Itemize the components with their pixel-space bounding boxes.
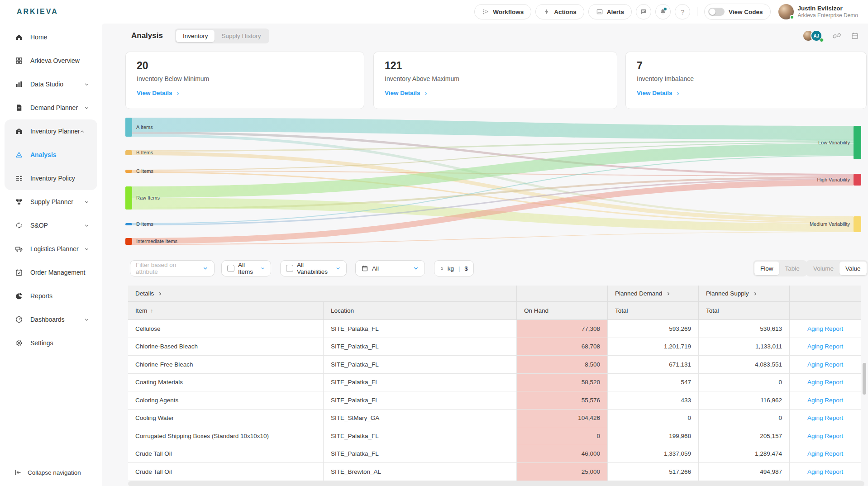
column-header-actions xyxy=(790,302,861,320)
vertical-scrollbar-thumb[interactable] xyxy=(863,363,866,395)
sidebar-item-inventory-planner[interactable]: Inventory Planner xyxy=(5,119,97,143)
horizontal-scrollbar-track[interactable] xyxy=(128,481,864,486)
cell-planned-demand-total: 433 xyxy=(608,391,699,410)
cell-on-hand: 58,520 xyxy=(517,374,608,392)
aging-report-link[interactable]: Aging Report xyxy=(807,468,843,475)
help-button[interactable]: ? xyxy=(675,4,690,19)
cell-planned-demand-total: 199,968 xyxy=(608,427,699,445)
sidebar-item-s-op[interactable]: S&OP xyxy=(0,214,102,237)
aging-report-link[interactable]: Aging Report xyxy=(807,433,843,439)
view-details-label: View Details xyxy=(637,90,672,96)
cell-location: SITE_Palatka_FL xyxy=(324,338,517,356)
notifications-button[interactable] xyxy=(655,4,671,19)
date-filter-label: All xyxy=(372,265,379,272)
variabilities-checkbox[interactable] xyxy=(286,265,293,272)
collapse-navigation-button[interactable]: Collapse navigation xyxy=(0,462,102,482)
demand-planner-icon xyxy=(15,104,23,112)
items-checkbox[interactable] xyxy=(227,265,234,272)
sidebar-item-data-studio[interactable]: Data Studio xyxy=(0,72,102,96)
sankey-node-d-items[interactable] xyxy=(125,223,132,225)
sidebar-item-settings[interactable]: Settings xyxy=(0,331,102,355)
sidebar-item-label: Inventory Policy xyxy=(30,175,75,182)
sidebar-item-logistics-planner[interactable]: Logistics Planner xyxy=(0,237,102,261)
sidebar-item-dashboards[interactable]: Dashboards xyxy=(0,308,102,331)
sankey-node-a-items[interactable] xyxy=(125,118,132,137)
alerts-button[interactable]: Alerts xyxy=(588,4,632,19)
column-header-on-hand[interactable]: On Hand xyxy=(517,302,608,320)
sankey-node-low-variability[interactable] xyxy=(854,126,861,159)
aging-report-link[interactable]: Aging Report xyxy=(807,450,843,457)
user-menu[interactable]: Justin Evilsizor Arkieva Enterprise Demo xyxy=(778,4,858,19)
aging-report-link[interactable]: Aging Report xyxy=(807,361,843,368)
workflows-button[interactable]: Workflows xyxy=(474,4,531,19)
group-header-planned-demand[interactable]: Planned Demand xyxy=(608,286,699,302)
aging-report-link[interactable]: Aging Report xyxy=(807,325,843,332)
inventory-planner-icon xyxy=(15,127,23,135)
group-header-planned-supply[interactable]: Planned Supply xyxy=(699,286,790,302)
sankey-link[interactable] xyxy=(132,118,854,140)
sankey-node-medium-variability[interactable] xyxy=(854,216,861,232)
calendar-icon[interactable] xyxy=(851,32,859,40)
help-icon: ? xyxy=(681,8,684,16)
aging-report-link[interactable]: Aging Report xyxy=(807,415,843,421)
aging-report-link[interactable]: Aging Report xyxy=(807,343,843,350)
variabilities-filter-dropdown[interactable]: All Variabilities xyxy=(280,260,347,276)
table-group-header: Details Planned Demand Planned Supply xyxy=(128,286,861,302)
view-details-link[interactable]: View Details› xyxy=(637,89,855,97)
inventory-table: Details Planned Demand Planned Supply It… xyxy=(128,286,861,481)
sidebar-item-order-management[interactable]: Order Management xyxy=(0,261,102,284)
table-toggle[interactable]: Table xyxy=(779,262,806,275)
sankey-node-intermediate-items[interactable] xyxy=(125,238,132,245)
items-filter-dropdown[interactable]: All Items xyxy=(221,260,271,276)
column-header-demand-total[interactable]: Total xyxy=(608,302,699,320)
chat-button[interactable] xyxy=(636,4,651,19)
unit-currency-label: $ xyxy=(464,265,468,272)
sidebar-item-home[interactable]: Home xyxy=(0,25,102,49)
cell-on-hand: 55,576 xyxy=(517,391,608,410)
details-label: Details xyxy=(135,290,154,297)
view-details-link[interactable]: View Details› xyxy=(385,89,606,97)
overview-icon xyxy=(15,57,23,65)
flow-toggle[interactable]: Flow xyxy=(754,262,779,275)
attribute-filter-dropdown[interactable]: Filter based on attribute xyxy=(130,260,215,276)
sidebar-item-demand-planner[interactable]: Demand Planner xyxy=(0,96,102,119)
sidebar-item-reports[interactable]: Reports xyxy=(0,284,102,308)
group-header-details[interactable]: Details xyxy=(128,286,517,302)
tab-inventory[interactable]: Inventory xyxy=(176,30,215,42)
sankey-node-raw-items[interactable] xyxy=(125,186,132,210)
aging-report-link[interactable]: Aging Report xyxy=(807,397,843,404)
unit-toggle[interactable]: kg | $ xyxy=(434,260,474,276)
column-header-item[interactable]: Item ↑ xyxy=(128,302,324,320)
supply-planner-icon xyxy=(15,198,23,206)
value-toggle[interactable]: Value xyxy=(839,262,867,275)
cell-location: SITE_Palatka_FL xyxy=(324,445,517,463)
cell-on-hand: 25,000 xyxy=(517,463,608,481)
title-row: Analysis Inventory Supply History AJ xyxy=(128,28,859,44)
sankey-node-high-variability[interactable] xyxy=(854,174,861,186)
sidebar-item-analysis[interactable]: Analysis xyxy=(5,143,97,167)
view-details-link[interactable]: View Details› xyxy=(137,89,353,97)
share-link-icon[interactable] xyxy=(833,32,841,40)
chevron-down-icon xyxy=(260,265,265,272)
volume-toggle[interactable]: Volume xyxy=(807,262,839,275)
sidebar-item-inventory-policy[interactable]: Inventory Policy xyxy=(5,167,97,190)
group-header-spacer xyxy=(517,286,608,302)
analysis-icon xyxy=(15,151,23,159)
home-icon xyxy=(15,33,23,41)
date-filter-dropdown[interactable]: All xyxy=(355,260,425,276)
collaborator-avatars[interactable]: AJ xyxy=(802,30,823,42)
sidebar-item-arkieva-overview[interactable]: Arkieva Overview xyxy=(0,49,102,72)
sidebar-item-label: Reports xyxy=(30,292,52,300)
column-header-supply-total[interactable]: Total xyxy=(699,302,790,320)
cell-location: SITE_Palatka_FL xyxy=(324,356,517,374)
column-header-location[interactable]: Location xyxy=(324,302,517,320)
table-column-header: Item ↑ Location On Hand Total Total xyxy=(128,302,861,320)
tab-supply-history[interactable]: Supply History xyxy=(215,30,267,42)
sidebar-item-supply-planner[interactable]: Supply Planner xyxy=(0,190,102,214)
actions-button[interactable]: Actions xyxy=(535,4,584,19)
sankey-node-b-items[interactable] xyxy=(125,150,132,155)
aging-report-link[interactable]: Aging Report xyxy=(807,379,843,386)
sankey-node-c-items[interactable] xyxy=(125,170,132,173)
view-codes-toggle[interactable]: View Codes xyxy=(704,4,771,20)
app-header: ARKIEVA Workflows Actions Alerts ? View … xyxy=(0,0,868,24)
